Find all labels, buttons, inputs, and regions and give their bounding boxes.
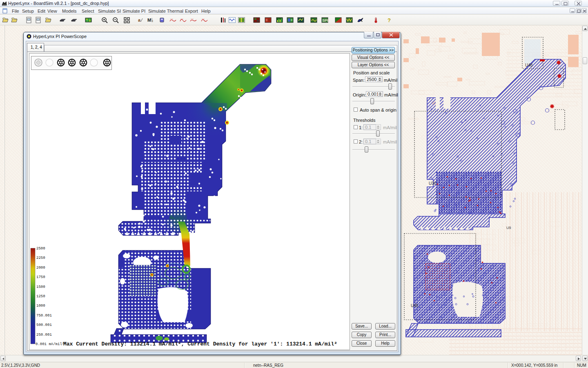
svg-text:1500: 1500 <box>36 285 45 289</box>
svg-text:2000: 2000 <box>36 266 45 270</box>
svg-text:SPI: SPI <box>322 18 328 22</box>
svg-text:~~: ~~ <box>180 18 184 20</box>
svg-text:1000: 1000 <box>36 304 45 308</box>
svg-text:?: ? <box>388 17 391 23</box>
svg-text:~~: ~~ <box>202 18 205 20</box>
svg-text:250.001: 250.001 <box>36 333 52 337</box>
svg-text:1750: 1750 <box>36 275 45 279</box>
svg-text:2250: 2250 <box>36 256 45 260</box>
svg-text:750.001: 750.001 <box>36 314 52 318</box>
svg-text:U9: U9 <box>506 226 511 230</box>
svg-text:~~: ~~ <box>191 18 194 20</box>
svg-text:500.001: 500.001 <box>36 323 52 327</box>
svg-text:1250: 1250 <box>36 294 45 298</box>
svg-text:~~: ~~ <box>170 18 174 20</box>
svg-text:2500: 2500 <box>36 247 45 251</box>
svg-text:U48: U48 <box>525 63 533 67</box>
svg-text:Max Current Density: 113214.1: Max Current Density: 113214.1 mA/mil², C… <box>63 341 337 347</box>
svg-text:a: a <box>138 18 141 22</box>
svg-text:U45: U45 <box>411 303 419 308</box>
svg-text:M: M <box>147 18 151 22</box>
svg-text:0.001 mA/mil²: 0.001 mA/mil² <box>36 342 64 346</box>
svg-text:l: l <box>152 20 153 22</box>
svg-text:U30: U30 <box>429 181 437 186</box>
